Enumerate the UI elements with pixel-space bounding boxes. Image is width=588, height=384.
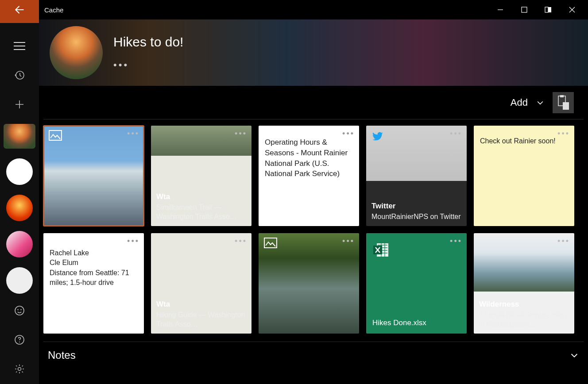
- smile-icon: [14, 305, 25, 316]
- notes-label: Notes: [48, 349, 76, 361]
- restore-icon: [545, 7, 552, 13]
- collection-title: Hikes to do!: [113, 35, 183, 50]
- arrow-left-icon: [14, 4, 25, 15]
- collection-header: Hikes to do! •••: [39, 19, 588, 86]
- back-button[interactable]: [0, 0, 39, 23]
- card-more-button[interactable]: •••: [127, 129, 139, 138]
- card-site: Wilderness: [479, 300, 570, 309]
- svg-rect-1: [545, 7, 548, 12]
- image-icon: [49, 130, 62, 141]
- card-site: Twitter: [371, 202, 462, 211]
- hamburger-icon: [13, 42, 26, 50]
- card-more-button[interactable]: •••: [235, 237, 247, 246]
- svg-point-9: [18, 368, 21, 371]
- svg-rect-11: [560, 95, 564, 97]
- excel-icon: [372, 241, 390, 259]
- hamburger-button[interactable]: [10, 36, 29, 56]
- chevron-down-icon[interactable]: [536, 98, 545, 107]
- card-text: Check out Rainier soon!: [480, 137, 568, 145]
- card-site: Wta: [156, 192, 247, 201]
- card-desc: MountRainierNPS on Twitter: [371, 212, 462, 222]
- sidebar-collection-hikes[interactable]: [4, 124, 35, 149]
- plus-icon: [14, 99, 25, 110]
- collection-avatar[interactable]: [50, 26, 103, 79]
- sidebar-collection-sunset[interactable]: [6, 195, 33, 221]
- card-more-button[interactable]: •••: [342, 237, 355, 246]
- svg-point-4: [15, 306, 24, 315]
- notes-chevron[interactable]: [569, 350, 579, 360]
- card-more-button[interactable]: •••: [235, 129, 247, 138]
- card-more-button[interactable]: •••: [557, 237, 570, 246]
- card-file-excel[interactable]: ••• Hikes Done.xlsx: [366, 233, 467, 334]
- cards-grid: ••• ••• Wta Similkameen Trail — Washingt…: [39, 119, 588, 342]
- card-web-wta-2[interactable]: ••• Wta Hiking Guide — Washington Trails…: [151, 233, 251, 334]
- titlebar: Cache: [0, 0, 588, 19]
- maximize-button[interactable]: [518, 4, 530, 16]
- feedback-button[interactable]: [10, 301, 29, 320]
- twitter-icon: [371, 130, 384, 142]
- card-web-wilderness[interactable]: ••• Wilderness 14 must-do wilderness hik…: [474, 233, 574, 334]
- card-note-rainier[interactable]: ••• Check out Rainier soon!: [474, 126, 574, 226]
- svg-point-5: [17, 309, 18, 310]
- app-title: Cache: [44, 6, 63, 14]
- minimize-icon: [497, 7, 503, 13]
- card-desc: Hiking Guide — Washington Trails Asso…: [156, 311, 247, 329]
- clipboard-icon: [557, 95, 570, 110]
- card-text: Rachel Lake Cle Elum Distance from Seatt…: [50, 248, 138, 288]
- settings-button[interactable]: [10, 359, 29, 379]
- close-button[interactable]: [566, 4, 578, 16]
- help-icon: [14, 334, 25, 345]
- image-icon: [264, 238, 277, 248]
- minimize-button[interactable]: [494, 4, 507, 16]
- card-desc: 14 must-do wilderness hikes in Washingto…: [479, 311, 570, 329]
- window-controls: [494, 4, 588, 16]
- notes-section[interactable]: Notes: [43, 342, 584, 368]
- svg-rect-0: [522, 7, 527, 12]
- add-collection-button[interactable]: [10, 95, 29, 114]
- card-web-wta-1[interactable]: ••• Wta Similkameen Trail — Washington T…: [151, 126, 251, 226]
- chevron-down-icon: [569, 350, 579, 360]
- card-text-hours[interactable]: ••• Operating Hours & Seasons - Mount Ra…: [259, 126, 359, 226]
- history-icon: [14, 70, 25, 81]
- card-text: Operating Hours & Seasons - Mount Rainie…: [265, 137, 353, 179]
- add-button-label[interactable]: Add: [511, 97, 528, 108]
- clipboard-button[interactable]: [553, 92, 574, 113]
- card-desc: Similkameen Trail — Washington Trails As…: [156, 203, 247, 222]
- main-layout: Hikes to do! ••• Add •••: [0, 19, 588, 384]
- card-more-button[interactable]: •••: [450, 129, 462, 138]
- card-more-button[interactable]: •••: [127, 237, 139, 246]
- sidebar-collection-olympics[interactable]: [6, 158, 33, 185]
- restore-button[interactable]: [542, 4, 554, 16]
- toolbar: Add: [43, 86, 584, 119]
- sidebar-collection-shopping[interactable]: [6, 231, 33, 257]
- history-button[interactable]: [10, 65, 29, 85]
- svg-rect-12: [563, 102, 569, 110]
- card-image-2[interactable]: •••: [259, 233, 359, 334]
- svg-point-8: [19, 342, 20, 342]
- card-more-button[interactable]: •••: [450, 237, 462, 246]
- close-icon: [569, 7, 575, 13]
- card-site: Wta: [156, 300, 247, 309]
- svg-rect-2: [548, 7, 551, 12]
- content-area: Hikes to do! ••• Add •••: [39, 19, 588, 384]
- card-filename: Hikes Done.xlsx: [372, 319, 426, 327]
- gear-icon: [14, 364, 25, 374]
- sidebar: [0, 19, 39, 384]
- svg-point-6: [20, 309, 21, 310]
- card-web-twitter[interactable]: ••• Twitter MountRainierNPS on Twitter: [366, 126, 467, 226]
- card-image-1[interactable]: •••: [43, 126, 144, 226]
- sidebar-collection-clock[interactable]: [6, 267, 33, 294]
- card-text-rachel-lake[interactable]: ••• Rachel Lake Cle Elum Distance from S…: [43, 233, 144, 334]
- maximize-icon: [521, 7, 527, 13]
- collection-more-button[interactable]: •••: [113, 59, 183, 71]
- help-button[interactable]: [10, 330, 29, 349]
